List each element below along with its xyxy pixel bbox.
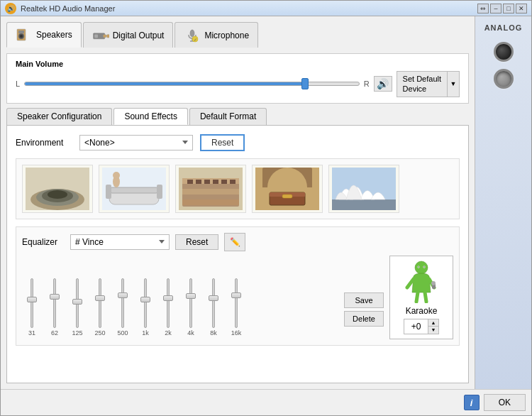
eq-track-31[interactable] (31, 278, 33, 328)
eq-track-2k[interactable] (167, 278, 170, 328)
mute-button[interactable]: 🔊 (374, 76, 392, 92)
svg-rect-5 (94, 34, 98, 38)
analog-label: ANALOG (484, 23, 523, 32)
tab-sound-effects[interactable]: Sound Effects (113, 108, 188, 125)
eq-track-4k[interactable] (189, 278, 192, 328)
eq-reset-button[interactable]: Reset (175, 234, 218, 250)
env-image-cave[interactable] (252, 165, 323, 213)
volume-right-label: R (364, 80, 370, 88)
eq-band-125: 125 (67, 278, 87, 336)
svg-rect-33 (213, 180, 218, 184)
env-image-opera[interactable] (328, 165, 399, 213)
tab-digital-output[interactable]: Digital Output (83, 22, 174, 48)
svg-point-50 (423, 266, 425, 268)
tab-speakers[interactable]: Speakers (6, 22, 82, 48)
microphone-tab-label: Microphone (204, 31, 249, 40)
speaker-mute-icon: 🔊 (377, 78, 389, 89)
title-bar: 🔊 Realtek HD Audio Manager ⇔ – □ ✕ (1, 1, 531, 16)
volume-left-label: L (16, 80, 20, 88)
sub-tabs: Speaker Configuration Sound Effects Defa… (6, 108, 469, 125)
svg-line-56 (425, 292, 426, 302)
jack-port-2[interactable] (494, 69, 514, 89)
eq-track-250[interactable] (99, 278, 101, 328)
minimize-button[interactable]: – (490, 4, 501, 13)
ok-button[interactable]: OK (484, 394, 526, 411)
karaoke-decrement-button[interactable]: ▼ (428, 327, 438, 334)
svg-point-54 (431, 281, 436, 285)
eq-thumb-250[interactable] (95, 295, 105, 301)
eq-band-250: 250 (90, 278, 110, 336)
volume-thumb[interactable] (301, 78, 309, 89)
env-image-bath[interactable] (99, 165, 170, 213)
env-image-stone[interactable] (22, 165, 93, 213)
eq-thumb-125[interactable] (72, 299, 82, 305)
set-default-label2: Device (403, 84, 427, 93)
eq-thumb-1k[interactable] (140, 297, 150, 302)
eq-freq-62: 62 (51, 329, 58, 336)
eq-delete-button[interactable]: Delete (344, 311, 384, 327)
bottom-bar: i OK (1, 389, 531, 415)
svg-point-24 (113, 172, 120, 179)
environment-reset-button[interactable]: Reset (200, 134, 245, 151)
environment-row: Environment <None> Generic Room Bathroom… (16, 134, 460, 151)
eq-thumb-4k[interactable] (186, 293, 196, 299)
environment-select[interactable]: <None> Generic Room Bathroom (79, 135, 193, 150)
set-default-container: Set Default Device ▼ (397, 71, 460, 97)
eq-thumb-31[interactable] (27, 297, 37, 302)
restore-button[interactable]: ⇔ (477, 4, 489, 13)
app-icon: 🔊 (5, 3, 16, 14)
karaoke-spinners: ▲ ▼ (428, 319, 438, 334)
svg-rect-3 (18, 31, 24, 33)
volume-slider[interactable] (24, 82, 360, 86)
svg-rect-29 (182, 199, 239, 205)
eq-save-button[interactable]: Save (344, 292, 384, 308)
set-default-dropdown[interactable]: ▼ (448, 72, 459, 97)
eq-power-button[interactable]: ✏️ (224, 233, 245, 251)
svg-point-8 (190, 30, 194, 37)
eq-track-62[interactable] (53, 278, 56, 328)
svg-rect-28 (182, 189, 239, 195)
eq-thumb-500[interactable] (118, 292, 128, 298)
set-default-button[interactable]: Set Default Device (397, 72, 448, 97)
volume-row: L R 🔊 Set Default Device ▼ (16, 71, 460, 97)
svg-rect-20 (109, 187, 159, 193)
svg-point-49 (418, 266, 419, 268)
eq-track-16k[interactable] (235, 278, 238, 328)
eq-thumb-2k[interactable] (163, 295, 173, 301)
env-image-colosseum[interactable] (175, 165, 246, 213)
svg-text:✓: ✓ (194, 38, 197, 42)
info-button[interactable]: i (464, 395, 480, 410)
eq-freq-16k: 16k (231, 329, 242, 336)
maximize-button[interactable]: □ (503, 4, 514, 13)
window-title: Realtek HD Audio Manager (21, 4, 477, 13)
close-button[interactable]: ✕ (516, 4, 527, 13)
karaoke-name: Karaoke (406, 306, 438, 316)
eq-track-125[interactable] (76, 278, 79, 328)
default-format-label: Default Format (200, 111, 256, 121)
jack-port-1[interactable] (494, 42, 514, 62)
svg-point-6 (103, 34, 106, 38)
eq-track-1k[interactable] (144, 278, 147, 328)
eq-thumb-62[interactable] (50, 294, 60, 300)
eq-track-500[interactable] (121, 278, 124, 328)
eq-thumb-16k[interactable] (231, 292, 241, 298)
eq-track-8k[interactable] (212, 278, 215, 328)
tab-default-format[interactable]: Default Format (189, 108, 267, 125)
karaoke-value-row: +0 ▲ ▼ (404, 319, 439, 334)
speaker-config-label: Speaker Configuration (17, 111, 101, 121)
eq-band-4k: 4k (181, 278, 201, 336)
volume-label: Main Volume (16, 60, 460, 68)
volume-section: Main Volume L R 🔊 Set Default Device (6, 53, 469, 104)
eq-freq-500: 500 (117, 329, 128, 336)
eq-actions: Save Delete (344, 256, 384, 339)
speakers-tab-label: Speakers (36, 30, 72, 40)
karaoke-increment-button[interactable]: ▲ (428, 319, 438, 327)
svg-rect-45 (332, 199, 396, 210)
eq-preset-select[interactable]: # Vince Flat Classic Rock (70, 234, 170, 250)
volume-fill (25, 82, 309, 85)
eq-band-8k: 8k (204, 278, 223, 336)
tab-microphone[interactable]: ✓ Microphone (174, 22, 258, 48)
svg-rect-30 (187, 180, 193, 184)
tab-speaker-configuration[interactable]: Speaker Configuration (6, 108, 112, 125)
eq-thumb-8k[interactable] (209, 295, 218, 301)
